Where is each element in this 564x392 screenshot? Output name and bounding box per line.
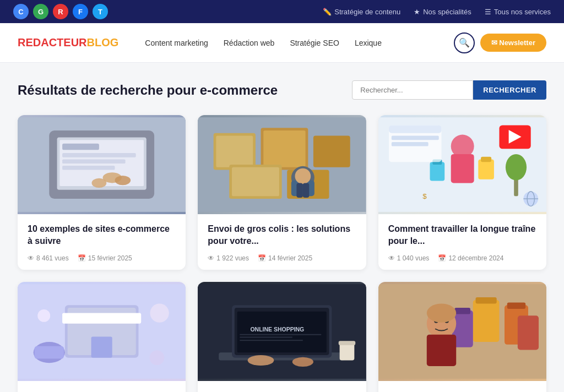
svg-point-9 [92,178,107,188]
card-3[interactable]: $ Comment travailler la longue traîne po… [378,115,546,270]
topbar-nav-services[interactable]: ☰ Tous nos services [485,8,551,16]
svg-rect-37 [392,142,429,146]
svg-rect-18 [232,167,279,196]
main-content: Résultats de recherche pour e-commerce R… [0,63,564,392]
topbar-icon-c[interactable]: C [13,4,29,19]
card-5-title: L'IA peut-elle rédiger les fiches produi… [208,390,356,392]
svg-text:$: $ [422,192,427,200]
topbar-icon-f[interactable]: F [73,4,88,19]
svg-rect-62 [240,334,322,335]
card-1[interactable]: 10 exemples de sites e-commerce à suivre… [18,115,186,270]
svg-point-10 [115,176,131,185]
page-title: Résultats de recherche pour e-commerce [18,83,278,98]
svg-point-55 [149,350,164,365]
svg-rect-75 [454,308,470,314]
card-4[interactable]: E-commerce : 8 astuces pour améliorer le… [18,282,186,392]
card-4-body: E-commerce : 8 astuces pour améliorer le… [18,381,186,392]
svg-rect-48 [62,313,141,323]
topbar-icon-g[interactable]: G [33,4,48,19]
search-submit-button[interactable]: RECHERCHER [473,80,546,100]
svg-rect-76 [518,315,539,350]
eye-icon: 👁 [28,254,34,262]
svg-rect-52 [35,346,64,358]
search-bar: RECHERCHER [352,80,546,100]
card-5[interactable]: ONLINE SHOPPING L'IA peut-elle rédiger l… [198,282,366,392]
svg-rect-15 [264,130,306,167]
svg-rect-73 [507,302,525,308]
svg-rect-16 [313,136,350,167]
svg-text:ONLINE SHOPPING: ONLINE SHOPPING [251,326,305,333]
nav-strategie-seo[interactable]: Stratégie SEO [290,39,339,47]
card-3-title: Comment travailler la longue traîne pour… [388,223,536,248]
logo-blog: BLOG [87,36,119,49]
card-5-body: L'IA peut-elle rédiger les fiches produi… [198,381,366,392]
card-3-date: 📅 12 décembre 2024 [438,254,503,262]
topbar-icons: C G R F T [13,4,108,19]
calendar-icon: 📅 [258,254,266,262]
search-input[interactable] [352,80,473,100]
calendar-icon: 📅 [438,254,446,262]
nav-content-marketing[interactable]: Content marketing [145,39,208,47]
topbar-nav-specialites[interactable]: ★ Nos spécialités [414,8,471,16]
cards-grid: 10 exemples de sites e-commerce à suivre… [18,115,546,392]
card-2-body: Envoi de gros colis : les solutions pour… [198,214,366,270]
svg-rect-6 [62,159,125,164]
topbar-icon-t[interactable]: T [93,4,108,19]
menu-icon: ☰ [485,8,491,16]
card-1-image [18,115,186,214]
svg-point-53 [150,303,169,322]
card-4-title: E-commerce : 8 astuces pour améliorer le… [28,390,176,392]
svg-point-22 [295,168,311,184]
topbar-nav: ✏️ Stratégie de contenu ★ Nos spécialité… [323,8,551,16]
svg-point-54 [37,309,50,322]
logo[interactable]: REDACTEUR BLOG [18,36,118,49]
newsletter-button[interactable]: ✉ Newsletter [480,34,546,52]
topbar-icon-r[interactable]: R [53,4,68,19]
card-1-title: 10 exemples de sites e-commerce à suivre [28,223,176,248]
card-1-body: 10 exemples de sites e-commerce à suivre… [18,214,186,270]
card-1-date: 📅 15 février 2025 [78,254,132,262]
eye-icon: 👁 [208,254,214,262]
card-3-meta: 👁 1 040 vues 📅 12 décembre 2024 [388,254,536,262]
topbar: C G R F T ✏️ Stratégie de contenu ★ Nos … [0,0,564,23]
card-6-title: Quelle solution de livraison choisir pou… [388,390,536,392]
svg-rect-29 [481,157,491,162]
svg-rect-68 [339,341,356,345]
topbar-nav-strategie[interactable]: ✏️ Stratégie de contenu [323,8,400,16]
svg-rect-78 [426,335,455,366]
svg-rect-27 [451,154,474,183]
svg-point-33 [506,154,527,181]
svg-point-81 [426,303,455,322]
header-actions: 🔍 ✉ Newsletter [454,32,546,53]
svg-point-65 [248,355,274,366]
svg-rect-36 [392,136,439,140]
card-1-meta: 👁 8 461 vues 📅 15 février 2025 [28,254,176,262]
svg-rect-7 [62,166,115,170]
svg-rect-70 [473,300,499,342]
svg-rect-71 [475,297,496,303]
card-3-image: $ [378,115,546,214]
nav-lexique[interactable]: Lexique [355,39,382,47]
svg-rect-4 [62,144,99,150]
header: REDACTEUR BLOG Content marketing Rédacti… [0,23,564,63]
svg-rect-24 [303,183,309,198]
svg-rect-30 [430,162,444,181]
card-3-views: 👁 1 040 vues [388,254,430,262]
svg-rect-63 [240,336,292,337]
card-2-date: 📅 14 février 2025 [258,254,312,262]
search-button[interactable]: 🔍 [454,32,475,53]
svg-rect-5 [62,153,136,157]
card-2[interactable]: Envoi de gros colis : les solutions pour… [198,115,366,270]
svg-rect-35 [389,125,441,133]
search-icon: 🔍 [459,37,470,48]
search-section: Résultats de recherche pour e-commerce R… [18,80,546,100]
svg-rect-28 [478,159,494,179]
svg-rect-50 [91,336,112,357]
nav-redaction-web[interactable]: Rédaction web [224,39,275,47]
header-nav: Content marketing Rédaction web Stratégi… [145,39,444,47]
card-6[interactable]: Quelle solution de livraison choisir pou… [378,282,546,392]
card-2-image [198,115,366,214]
svg-rect-23 [297,183,303,198]
card-5-image: ONLINE SHOPPING [198,282,366,381]
card-1-views: 👁 8 461 vues [28,254,69,262]
